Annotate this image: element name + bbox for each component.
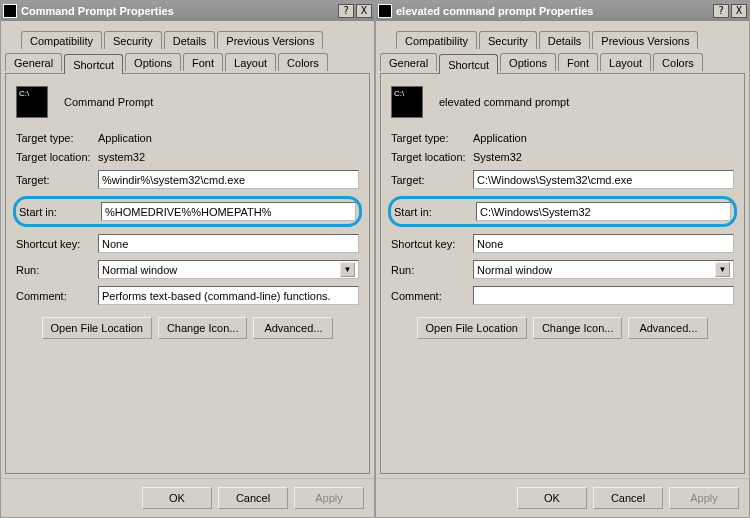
tab-compatibility[interactable]: Compatibility xyxy=(21,31,102,49)
run-combobox[interactable]: Normal window▼ xyxy=(98,260,359,279)
shortcut-key-input[interactable] xyxy=(473,234,734,253)
tab-options[interactable]: Options xyxy=(500,53,556,71)
label-run: Run: xyxy=(16,264,98,276)
tab-security[interactable]: Security xyxy=(479,31,537,49)
value-target-location: system32 xyxy=(98,151,359,163)
value-target-type: Application xyxy=(98,132,359,144)
label-comment: Comment: xyxy=(16,290,98,302)
chevron-down-icon[interactable]: ▼ xyxy=(340,262,355,277)
apply-button[interactable]: Apply xyxy=(669,487,739,509)
tab-colors[interactable]: Colors xyxy=(278,53,328,71)
run-value: Normal window xyxy=(477,264,552,276)
cmd-icon xyxy=(391,86,423,118)
chevron-down-icon[interactable]: ▼ xyxy=(715,262,730,277)
advanced-button[interactable]: Advanced... xyxy=(253,317,333,339)
cmd-icon xyxy=(3,4,17,18)
dialog-buttons: OK Cancel Apply xyxy=(1,478,374,517)
open-file-location-button[interactable]: Open File Location xyxy=(417,317,527,339)
dialog-buttons: OK Cancel Apply xyxy=(376,478,749,517)
value-target-location: System32 xyxy=(473,151,734,163)
shortcut-name: Command Prompt xyxy=(64,96,153,108)
apply-button[interactable]: Apply xyxy=(294,487,364,509)
help-button[interactable]: ? xyxy=(713,4,729,18)
comment-input[interactable] xyxy=(98,286,359,305)
tab-security[interactable]: Security xyxy=(104,31,162,49)
start-in-input[interactable] xyxy=(476,202,731,221)
tab-compatibility[interactable]: Compatibility xyxy=(396,31,477,49)
tab-font[interactable]: Font xyxy=(558,53,598,71)
open-file-location-button[interactable]: Open File Location xyxy=(42,317,152,339)
window-title: Command Prompt Properties xyxy=(21,5,336,17)
start-in-highlight: Start in: xyxy=(13,196,362,227)
label-target-type: Target type: xyxy=(16,132,98,144)
titlebar[interactable]: Command Prompt Properties ? X xyxy=(1,1,374,21)
tab-general[interactable]: General xyxy=(5,53,62,71)
change-icon-button[interactable]: Change Icon... xyxy=(533,317,623,339)
tab-layout[interactable]: Layout xyxy=(600,53,651,71)
start-in-highlight: Start in: xyxy=(388,196,737,227)
comment-input[interactable] xyxy=(473,286,734,305)
label-target: Target: xyxy=(391,174,473,186)
tab-layout[interactable]: Layout xyxy=(225,53,276,71)
label-start-in: Start in: xyxy=(19,206,101,218)
tabs-row-upper: Compatibility Security Details Previous … xyxy=(1,27,374,49)
run-combobox[interactable]: Normal window▼ xyxy=(473,260,734,279)
target-input[interactable] xyxy=(473,170,734,189)
tab-previous-versions[interactable]: Previous Versions xyxy=(592,31,698,49)
label-run: Run: xyxy=(391,264,473,276)
label-target-type: Target type: xyxy=(391,132,473,144)
properties-window-left: Command Prompt Properties ? X Compatibil… xyxy=(0,0,375,518)
shortcut-panel: elevated command prompt Target type:Appl… xyxy=(380,73,745,474)
advanced-button[interactable]: Advanced... xyxy=(628,317,708,339)
tab-previous-versions[interactable]: Previous Versions xyxy=(217,31,323,49)
shortcut-panel: Command Prompt Target type:Application T… xyxy=(5,73,370,474)
tab-details[interactable]: Details xyxy=(164,31,216,49)
tabs-row-lower: General Shortcut Options Font Layout Col… xyxy=(376,49,749,73)
close-button[interactable]: X xyxy=(356,4,372,18)
tab-font[interactable]: Font xyxy=(183,53,223,71)
shortcut-key-input[interactable] xyxy=(98,234,359,253)
label-target-location: Target location: xyxy=(391,151,473,163)
close-button[interactable]: X xyxy=(731,4,747,18)
ok-button[interactable]: OK xyxy=(517,487,587,509)
shortcut-name: elevated command prompt xyxy=(439,96,569,108)
ok-button[interactable]: OK xyxy=(142,487,212,509)
tabs-row-lower: General Shortcut Options Font Layout Col… xyxy=(1,49,374,73)
tab-shortcut[interactable]: Shortcut xyxy=(439,54,498,74)
cancel-button[interactable]: Cancel xyxy=(218,487,288,509)
cmd-icon xyxy=(378,4,392,18)
label-shortcut-key: Shortcut key: xyxy=(16,238,98,250)
properties-window-right: elevated command prompt Properties ? X C… xyxy=(375,0,750,518)
help-button[interactable]: ? xyxy=(338,4,354,18)
cancel-button[interactable]: Cancel xyxy=(593,487,663,509)
titlebar[interactable]: elevated command prompt Properties ? X xyxy=(376,1,749,21)
label-target: Target: xyxy=(16,174,98,186)
tab-general[interactable]: General xyxy=(380,53,437,71)
target-input[interactable] xyxy=(98,170,359,189)
change-icon-button[interactable]: Change Icon... xyxy=(158,317,248,339)
value-target-type: Application xyxy=(473,132,734,144)
start-in-input[interactable] xyxy=(101,202,356,221)
label-start-in: Start in: xyxy=(394,206,476,218)
tab-options[interactable]: Options xyxy=(125,53,181,71)
tab-colors[interactable]: Colors xyxy=(653,53,703,71)
tab-details[interactable]: Details xyxy=(539,31,591,49)
window-title: elevated command prompt Properties xyxy=(396,5,711,17)
run-value: Normal window xyxy=(102,264,177,276)
label-comment: Comment: xyxy=(391,290,473,302)
cmd-icon xyxy=(16,86,48,118)
tab-shortcut[interactable]: Shortcut xyxy=(64,54,123,74)
label-shortcut-key: Shortcut key: xyxy=(391,238,473,250)
label-target-location: Target location: xyxy=(16,151,98,163)
tabs-row-upper: Compatibility Security Details Previous … xyxy=(376,27,749,49)
